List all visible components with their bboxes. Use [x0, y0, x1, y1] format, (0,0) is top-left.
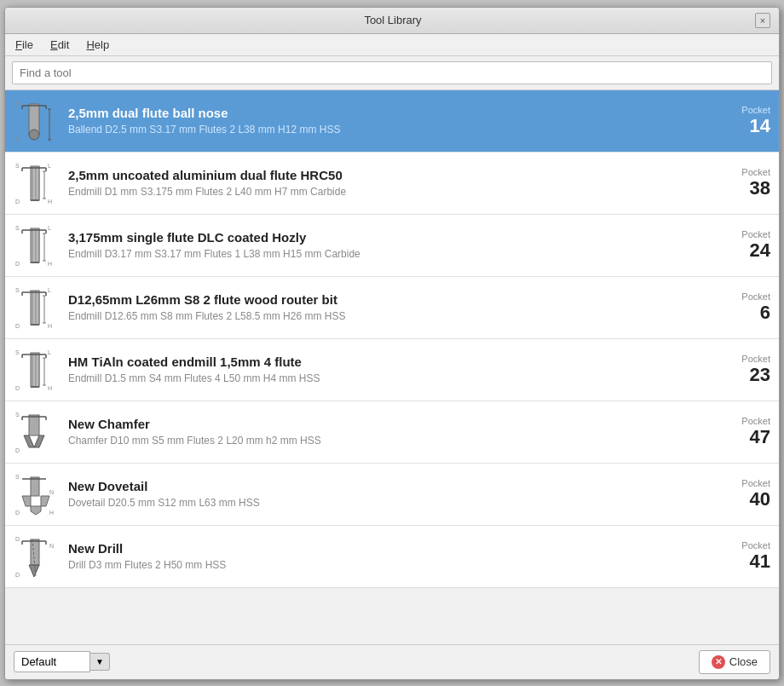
svg-text:S: S — [15, 101, 20, 107]
tool-pocket: Pocket 23 — [719, 354, 770, 386]
svg-text:S: S — [15, 412, 20, 418]
tool-info: 2,5mm uncoated aluminium dual flute HRC5… — [68, 168, 719, 198]
tool-spec: Dovetail D20.5 mm S12 mm L63 mm HSS — [68, 497, 719, 509]
tool-list-container: S D L 2,5mm dual flute ball nose Ballend… — [5, 90, 779, 644]
tool-spec: Endmill D3.17 mm S3.17 mm Flutes 1 L38 m… — [68, 248, 719, 260]
tool-icon-endmill: S L D H — [14, 222, 58, 269]
svg-text:D: D — [15, 447, 20, 453]
tool-item[interactable]: S L D H 2,5mm uncoated aluminium dual fl… — [5, 153, 779, 215]
pocket-number: 41 — [719, 551, 770, 573]
tool-item[interactable]: S D New Chamfer Chamfer D10 mm S5 mm Flu… — [5, 401, 779, 464]
pocket-number: 47 — [719, 426, 770, 448]
svg-text:H: H — [48, 323, 52, 329]
tool-icon-ballend: S D L — [14, 97, 58, 145]
svg-text:H: H — [49, 510, 54, 516]
pocket-label: Pocket — [719, 478, 770, 488]
tool-item[interactable]: S L D H HM TiAln coated endmill 1,5mm 4 … — [5, 339, 779, 401]
svg-text:H: H — [48, 261, 52, 267]
tool-info: D12,65mm L26mm S8 2 flute wood router bi… — [68, 292, 719, 322]
tool-pocket: Pocket 38 — [719, 167, 770, 199]
pocket-label: Pocket — [719, 167, 770, 177]
tool-list: S D L 2,5mm dual flute ball nose Ballend… — [5, 90, 779, 644]
svg-marker-85 — [22, 496, 49, 515]
window-title: Tool Library — [31, 14, 755, 26]
tool-item[interactable]: S N D H New Dovetail Dovetail D20.5 mm S… — [5, 464, 779, 526]
menu-help[interactable]: Help — [83, 37, 112, 53]
tool-info: New Dovetail Dovetail D20.5 mm S12 mm L6… — [68, 479, 719, 509]
pocket-number: 23 — [719, 364, 770, 386]
tool-info: 2,5mm dual flute ball nose Ballend D2.5 … — [68, 106, 719, 135]
tool-icon-drill: D N D — [14, 533, 58, 580]
pocket-number: 24 — [719, 239, 770, 262]
tool-spec: Ballend D2.5 mm S3.17 mm Flutes 2 L38 mm… — [68, 124, 719, 135]
svg-text:S: S — [15, 474, 20, 480]
tool-item[interactable]: S L D H 3,175mm single flute DLC coated … — [5, 215, 779, 277]
svg-text:S: S — [15, 287, 20, 293]
svg-text:H: H — [48, 385, 52, 391]
svg-text:D: D — [15, 199, 20, 205]
menu-bar: File Edit Help — [5, 34, 779, 56]
menu-file[interactable]: File — [12, 37, 37, 53]
pocket-number: 14 — [719, 115, 770, 137]
svg-text:L: L — [48, 225, 51, 231]
tool-pocket: Pocket 47 — [719, 416, 770, 448]
tool-info: New Chamfer Chamfer D10 mm S5 mm Flutes … — [68, 417, 719, 447]
svg-text:D: D — [15, 572, 20, 578]
svg-point-6 — [29, 130, 39, 140]
window-close-button[interactable]: × — [755, 13, 770, 28]
tool-name: 2,5mm dual flute ball nose — [68, 106, 719, 120]
close-button-label: Close — [729, 655, 758, 668]
tool-pocket: Pocket 24 — [719, 229, 770, 262]
tool-name: New Drill — [68, 541, 719, 556]
close-icon: ✕ — [712, 655, 725, 669]
svg-text:L: L — [48, 163, 51, 169]
pocket-label: Pocket — [719, 105, 770, 115]
tool-icon-dovetail: S N D H — [14, 470, 58, 518]
default-dropdown[interactable]: Default — [14, 651, 90, 672]
tool-spec: Drill D3 mm Flutes 2 H50 mm HSS — [68, 559, 719, 571]
svg-text:D: D — [15, 261, 20, 267]
tool-icon-chamfer: S D — [14, 408, 58, 456]
tool-icon-endmill: S L D H — [14, 284, 58, 331]
tool-info: New Drill Drill D3 mm Flutes 2 H50 mm HS… — [68, 541, 719, 571]
pocket-label: Pocket — [719, 291, 770, 302]
tool-name: New Chamfer — [68, 417, 719, 431]
tool-info: 3,175mm single flute DLC coated Hozly En… — [68, 230, 719, 260]
pocket-label: Pocket — [719, 416, 770, 426]
dropdown-arrow-button[interactable]: ▼ — [90, 653, 110, 671]
menu-edit[interactable]: Edit — [47, 37, 72, 53]
close-button[interactable]: ✕ Close — [699, 650, 770, 674]
svg-rect-90 — [31, 539, 39, 565]
pocket-number: 40 — [719, 488, 770, 510]
svg-text:D: D — [15, 385, 20, 391]
tool-info: HM TiAln coated endmill 1,5mm 4 flute En… — [68, 355, 719, 384]
tool-pocket: Pocket 6 — [719, 291, 770, 324]
tool-spec: Chamfer D10 mm S5 mm Flutes 2 L20 mm h2 … — [68, 435, 719, 447]
tool-item[interactable]: D N D New Drill Drill D3 mm Flutes 2 H50… — [5, 526, 779, 588]
tool-spec: Endmill D12.65 mm S8 mm Flutes 2 L58.5 m… — [68, 310, 719, 322]
tool-item[interactable]: S D L 2,5mm dual flute ball nose Ballend… — [5, 90, 779, 153]
bottom-bar: Default ▼ ✕ Close — [5, 644, 779, 679]
svg-text:N: N — [49, 543, 54, 549]
pocket-number: 6 — [719, 302, 770, 324]
tool-pocket: Pocket 40 — [719, 478, 770, 510]
tool-name: 2,5mm uncoated aluminium dual flute HRC5… — [68, 168, 719, 182]
tool-library-window: Tool Library × File Edit Help S D L — [4, 7, 780, 680]
tool-pocket: Pocket 41 — [719, 540, 770, 573]
svg-text:N: N — [49, 489, 54, 495]
title-bar: Tool Library × — [5, 8, 779, 34]
svg-text:H: H — [48, 199, 52, 205]
pocket-label: Pocket — [719, 229, 770, 239]
svg-text:L: L — [48, 287, 51, 293]
tool-item[interactable]: S L D H D12,65mm L26mm S8 2 flute wood r… — [5, 277, 779, 339]
tool-icon-endmill: S L D H — [14, 159, 58, 207]
tool-name: 3,175mm single flute DLC coated Hozly — [68, 230, 719, 245]
tool-spec: Endmill D1.5 mm S4 mm Flutes 4 L50 mm H4… — [68, 372, 719, 384]
pocket-label: Pocket — [719, 540, 770, 551]
svg-text:D: D — [15, 510, 20, 516]
search-input[interactable] — [12, 61, 772, 84]
svg-text:D: D — [15, 536, 20, 542]
svg-text:L: L — [48, 349, 51, 355]
svg-marker-76 — [24, 435, 44, 447]
pocket-number: 38 — [719, 177, 770, 199]
